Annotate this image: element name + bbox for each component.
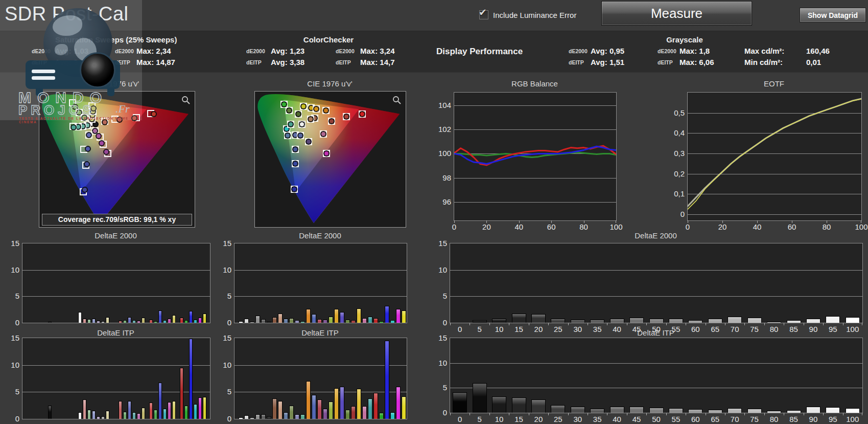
- bar: [295, 414, 299, 419]
- stat-value: Max: 2,34: [136, 47, 171, 55]
- bar: [123, 412, 127, 419]
- x-axis-label: 60: [686, 415, 705, 423]
- stat-value: Avg: 3,32: [55, 58, 88, 66]
- zoom-icon[interactable]: [392, 96, 402, 105]
- bar: [379, 321, 384, 323]
- stat-value: Avg: 3,38: [271, 58, 304, 66]
- measured-point: [297, 132, 303, 139]
- y-axis-label: 10: [215, 265, 231, 274]
- bar: [728, 408, 742, 413]
- bar: [846, 317, 860, 323]
- sweeps-de2000-chart: 151050: [22, 243, 210, 323]
- bar: [531, 399, 546, 413]
- lum-value: 160,46: [806, 47, 830, 55]
- metric-label: dEITP: [569, 59, 584, 65]
- bar: [312, 314, 316, 323]
- measured-point: [295, 111, 301, 117]
- x-axis-label: 95: [823, 325, 842, 333]
- x-axis-label: 50: [646, 325, 666, 333]
- x-axis-label: 65: [706, 415, 725, 423]
- bar: [203, 397, 206, 419]
- y-axis-label: 0: [3, 414, 19, 423]
- x-axis-label: 40: [607, 415, 626, 423]
- bar: [284, 319, 288, 323]
- x-axis-label: 90: [804, 325, 823, 333]
- metric-label: dE2000: [569, 48, 588, 54]
- xtickmark: [646, 413, 647, 415]
- y-axis-label: 0: [668, 210, 685, 218]
- bar: [728, 317, 742, 323]
- xtickmark: [627, 413, 627, 415]
- bar: [345, 320, 350, 323]
- gridline: [22, 365, 210, 366]
- bar: [250, 322, 254, 323]
- y-axis-label: 5: [215, 292, 231, 300]
- xtickmark: [666, 413, 667, 415]
- cc-de2000-title: DeltaE 2000: [234, 231, 406, 240]
- gridline: [450, 296, 862, 297]
- bar: [267, 322, 271, 323]
- x-axis-label: 0: [450, 325, 470, 333]
- gridline: [22, 270, 210, 271]
- bar: [244, 319, 249, 323]
- x-axis-label: 35: [588, 415, 607, 423]
- page-title: SDR Post-Cal: [5, 3, 129, 25]
- bar: [357, 389, 361, 419]
- x-axis-label: 100: [843, 325, 862, 333]
- x-axis-label: 25: [548, 325, 568, 333]
- include-luminance-checkbox[interactable]: ✔: [479, 10, 488, 19]
- lum-label: Max cd/m²:: [744, 47, 784, 55]
- x-axis-label: 50: [646, 415, 666, 423]
- x-axis-label: 20: [476, 222, 497, 231]
- measured-point: [286, 107, 292, 114]
- x-axis-label: 60: [686, 325, 705, 333]
- bar: [101, 416, 105, 419]
- bar: [119, 321, 122, 323]
- bar: [132, 412, 136, 419]
- x-axis-label: 90: [804, 415, 823, 423]
- bar: [492, 396, 506, 413]
- xtickmark: [804, 413, 804, 415]
- bar: [158, 383, 162, 419]
- bar: [163, 409, 167, 419]
- y-axis-label: 0: [215, 414, 231, 423]
- bar: [512, 314, 526, 323]
- bar: [362, 406, 367, 419]
- x-axis-label: 55: [666, 325, 686, 333]
- xtickmark: [784, 323, 784, 325]
- bar: [123, 320, 127, 323]
- y-axis-label: 15: [215, 239, 231, 248]
- x-axis-label: 5: [470, 415, 489, 423]
- x-axis-label: 45: [627, 415, 646, 423]
- xtickmark: [588, 413, 588, 415]
- xtickmark: [568, 323, 569, 325]
- bar: [172, 401, 176, 419]
- show-datagrid-button[interactable]: Show Datagrid: [800, 8, 866, 23]
- xtickmark: [519, 220, 520, 223]
- bar: [767, 322, 781, 323]
- x-axis-label: 100: [851, 222, 868, 231]
- xtickmark: [450, 413, 451, 415]
- measured-point: [285, 132, 291, 139]
- bar: [390, 320, 395, 323]
- bar: [137, 321, 140, 323]
- stat-value: Max: 3,24: [360, 47, 395, 55]
- zoom-icon[interactable]: [181, 96, 191, 105]
- bar: [747, 318, 762, 323]
- bar: [323, 320, 327, 323]
- gridline: [450, 270, 862, 271]
- saturation-sweeps-header: Saturation Sweeps (25% Sweeps): [55, 35, 177, 44]
- check-icon: ✔: [479, 7, 487, 18]
- measured-point: [96, 133, 102, 139]
- bar: [128, 317, 131, 323]
- measure-button[interactable]: Measure: [601, 1, 752, 26]
- xtickmark: [584, 220, 584, 223]
- bar: [345, 410, 350, 419]
- x-axis-label: 85: [784, 325, 803, 333]
- bar: [101, 321, 105, 323]
- metric-label: dE2000: [658, 48, 676, 54]
- x-axis-label: 100: [843, 415, 862, 423]
- y-axis-label: 15: [215, 333, 231, 342]
- x-axis-label: 75: [744, 415, 764, 423]
- measured-point: [131, 115, 137, 121]
